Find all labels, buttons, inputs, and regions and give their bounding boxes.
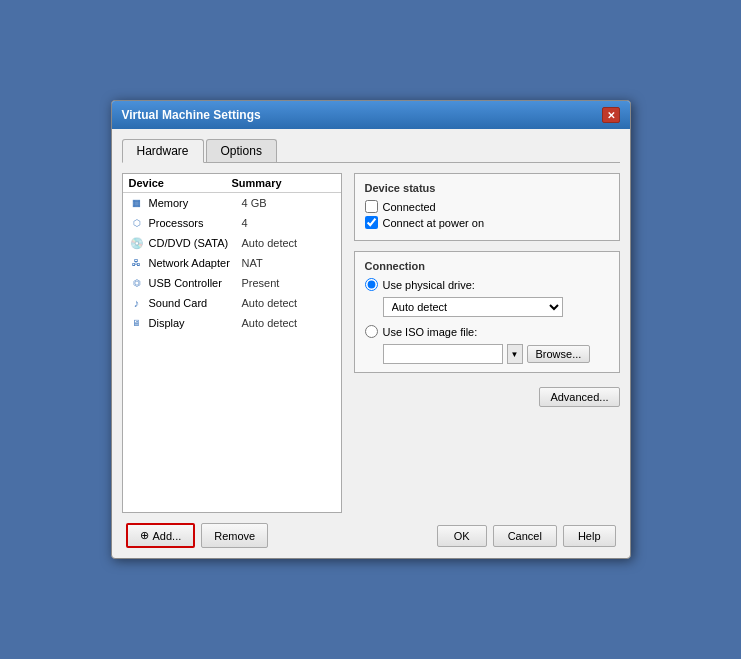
dvd-icon: 💿 [129, 235, 145, 251]
device-summary-cddvd: Auto detect [242, 237, 335, 249]
connected-row: Connected [365, 200, 609, 213]
tab-options[interactable]: Options [206, 139, 277, 162]
close-button[interactable]: ✕ [602, 107, 620, 123]
iso-dropdown-arrow[interactable]: ▼ [507, 344, 523, 364]
connection-section: Connection Use physical drive: Auto dete… [354, 251, 620, 373]
add-remove-group: ⊕ Add... Remove [126, 523, 269, 548]
virtual-machine-settings-dialog: Virtual Machine Settings ✕ Hardware Opti… [111, 100, 631, 559]
iso-label: Use ISO image file: [383, 326, 478, 338]
ok-button[interactable]: OK [437, 525, 487, 547]
device-list-header: Device Summary [123, 174, 341, 193]
remove-button[interactable]: Remove [201, 523, 268, 548]
device-row-processors[interactable]: ⬡ Processors 4 [123, 213, 341, 233]
device-name-cddvd: CD/DVD (SATA) [149, 237, 242, 249]
dialog-body: Hardware Options Device Summary ▦ Memory… [112, 129, 630, 558]
bottom-buttons: ⊕ Add... Remove OK Cancel Help [122, 523, 620, 548]
device-list-panel: Device Summary ▦ Memory 4 GB ⬡ Processor… [122, 173, 342, 513]
usb-icon: ⏣ [129, 275, 145, 291]
device-row-usb[interactable]: ⏣ USB Controller Present [123, 273, 341, 293]
network-icon: 🖧 [129, 255, 145, 271]
dialog-title: Virtual Machine Settings [122, 108, 261, 122]
device-col-header: Device [129, 177, 232, 189]
tab-hardware[interactable]: Hardware [122, 139, 204, 163]
right-panel: Device status Connected Connect at power… [354, 173, 620, 513]
device-status-title: Device status [365, 182, 609, 194]
connection-title: Connection [365, 260, 609, 272]
physical-drive-radio[interactable] [365, 278, 378, 291]
sound-icon: ♪ [129, 295, 145, 311]
add-label: Add... [153, 530, 182, 542]
device-name-network: Network Adapter [149, 257, 242, 269]
physical-drive-row: Use physical drive: [365, 278, 609, 291]
device-summary-display: Auto detect [242, 317, 335, 329]
advanced-button[interactable]: Advanced... [539, 387, 619, 407]
cpu-icon: ⬡ [129, 215, 145, 231]
memory-icon: ▦ [129, 195, 145, 211]
iso-input-row: ▼ Browse... [383, 344, 609, 364]
browse-button[interactable]: Browse... [527, 345, 591, 363]
iso-radio-row: Use ISO image file: [365, 325, 609, 338]
device-summary-memory: 4 GB [242, 197, 335, 209]
device-summary-processors: 4 [242, 217, 335, 229]
physical-drive-label: Use physical drive: [383, 279, 475, 291]
connected-label: Connected [383, 201, 436, 213]
summary-col-header: Summary [232, 177, 335, 189]
device-row-display[interactable]: 🖥 Display Auto detect [123, 313, 341, 333]
device-name-sound: Sound Card [149, 297, 242, 309]
device-row-cddvd[interactable]: 💿 CD/DVD (SATA) Auto detect [123, 233, 341, 253]
device-summary-network: NAT [242, 257, 335, 269]
connect-at-power-on-checkbox[interactable] [365, 216, 378, 229]
tab-bar: Hardware Options [122, 139, 620, 163]
connect-at-power-on-row: Connect at power on [365, 216, 609, 229]
device-row-network[interactable]: 🖧 Network Adapter NAT [123, 253, 341, 273]
connected-checkbox[interactable] [365, 200, 378, 213]
device-name-memory: Memory [149, 197, 242, 209]
device-name-processors: Processors [149, 217, 242, 229]
display-icon: 🖥 [129, 315, 145, 331]
iso-radio[interactable] [365, 325, 378, 338]
iso-path-input[interactable] [383, 344, 503, 364]
device-summary-usb: Present [242, 277, 335, 289]
add-button[interactable]: ⊕ Add... [126, 523, 196, 548]
device-summary-sound: Auto detect [242, 297, 335, 309]
help-button[interactable]: Help [563, 525, 616, 547]
physical-drive-select[interactable]: Auto detect [383, 297, 563, 317]
ok-cancel-group: OK Cancel Help [437, 525, 616, 547]
title-bar: Virtual Machine Settings ✕ [112, 101, 630, 129]
connect-at-power-on-label: Connect at power on [383, 217, 485, 229]
content-area: Device Summary ▦ Memory 4 GB ⬡ Processor… [122, 173, 620, 513]
advanced-btn-row: Advanced... [354, 383, 620, 407]
cancel-button[interactable]: Cancel [493, 525, 557, 547]
device-row-sound[interactable]: ♪ Sound Card Auto detect [123, 293, 341, 313]
device-name-usb: USB Controller [149, 277, 242, 289]
add-icon: ⊕ [140, 529, 149, 542]
drive-dropdown-row: Auto detect [383, 297, 609, 317]
device-name-display: Display [149, 317, 242, 329]
device-row-memory[interactable]: ▦ Memory 4 GB [123, 193, 341, 213]
device-status-section: Device status Connected Connect at power… [354, 173, 620, 241]
